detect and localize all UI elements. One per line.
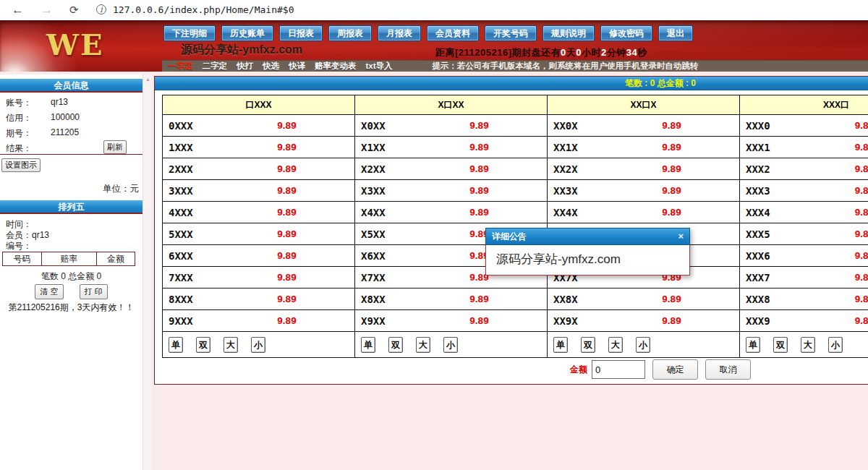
settings-display-button[interactable]: 设置图示 (1, 158, 41, 172)
bet-row[interactable]: XXX6 9.89 (740, 245, 868, 267)
clear-button[interactable]: 清 空 (35, 284, 63, 299)
bet-odds: 9.89 (219, 272, 354, 283)
bet-row[interactable]: X1XX 9.89 (355, 137, 547, 158)
bet-odds: 9.89 (412, 294, 547, 304)
bet-row[interactable]: X4XX 9.89 (355, 202, 547, 223)
bet-row[interactable]: X3XX 9.89 (355, 180, 547, 202)
member-field-label: 信用： (6, 112, 32, 124)
amount-input[interactable] (592, 360, 645, 379)
subnav-item-6[interactable]: 赔率变动表 (315, 61, 357, 72)
bet-row[interactable]: 2XXX 9.89 (163, 158, 354, 180)
subnav-item-2[interactable]: 二字定 (203, 61, 228, 72)
bet-row[interactable]: XX0X 9.89 (548, 115, 739, 137)
top-nav-button-1[interactable]: 下注明细 (163, 25, 216, 41)
top-nav-button-10[interactable]: 退出 (658, 25, 693, 41)
bet-row[interactable]: XX2X 9.89 (548, 158, 739, 180)
bet-row[interactable]: XX3X 9.89 (548, 180, 739, 202)
quick-button-small[interactable]: 小 (636, 337, 650, 353)
site-title: 源码分享站-ymfxz.com (181, 43, 302, 58)
browser-back-icon[interactable]: ← (12, 1, 24, 19)
bet-row[interactable]: 3XXX 9.89 (163, 180, 354, 202)
bet-row[interactable]: XX9X 9.89 (548, 310, 739, 332)
print-button[interactable]: 打 印 (80, 284, 108, 299)
quick-button-big[interactable]: 大 (416, 337, 430, 353)
bet-odds: 9.89 (219, 163, 354, 174)
bet-row[interactable]: 1XXX 9.89 (163, 137, 354, 158)
bet-row[interactable]: 9XXX 9.89 (163, 310, 354, 332)
bet-row[interactable]: X0XX 9.89 (355, 115, 547, 137)
quick-button-even[interactable]: 双 (388, 337, 403, 353)
refresh-button[interactable]: 刷新 (103, 140, 127, 154)
cancel-button[interactable]: 取消 (705, 359, 751, 380)
bet-number: XXX3 (740, 185, 796, 197)
stats-bar: 笔数 : 0 总金额 : 0 (155, 77, 868, 90)
bet-row[interactable]: 6XXX 9.89 (163, 245, 354, 267)
bet-number: 4XXX (163, 207, 219, 218)
quick-button-even[interactable]: 双 (196, 337, 210, 353)
page-info-icon[interactable]: i (96, 4, 106, 14)
top-nav-button-2[interactable]: 历史账单 (221, 25, 273, 41)
subnav-item-3[interactable]: 快打 (237, 61, 253, 72)
bet-row[interactable]: X8XX 9.89 (355, 289, 547, 310)
quick-button-big[interactable]: 大 (608, 337, 623, 353)
subnav-item-1[interactable]: 一字定 (168, 61, 193, 72)
bet-row[interactable]: XXX0 9.89 (740, 115, 868, 137)
subnav-item-7[interactable]: txt导入 (366, 61, 393, 72)
divider (0, 154, 142, 155)
url-bar[interactable]: 127.0.0.6/index.php/Home/Main#$0 (113, 4, 294, 15)
bet-row[interactable]: XXX9 9.89 (740, 310, 868, 332)
bet-row[interactable]: 4XXX 9.89 (163, 202, 354, 223)
bet-row[interactable]: XX8X 9.89 (548, 289, 739, 310)
bet-odds: 9.89 (604, 294, 739, 304)
bet-row[interactable]: X2XX 9.89 (355, 158, 547, 180)
browser-forward-icon[interactable]: → (41, 1, 53, 19)
bet-row[interactable]: X9XX 9.89 (355, 310, 547, 332)
subnav-item-5[interactable]: 快译 (289, 61, 305, 72)
quick-button-odd[interactable]: 单 (553, 337, 568, 353)
sidebar-scrollbar[interactable]: ▲ (142, 74, 152, 470)
bet-row[interactable]: XX1X 9.89 (548, 137, 739, 158)
top-nav-button-4[interactable]: 周报表 (328, 25, 372, 41)
bet-row[interactable]: 0XXX 9.89 (163, 115, 354, 137)
top-nav-button-6[interactable]: 会员资料 (427, 25, 479, 41)
quick-button-even[interactable]: 双 (581, 337, 595, 353)
top-nav-button-8[interactable]: 规则说明 (542, 25, 595, 41)
bet-row[interactable]: XXX4 9.89 (740, 202, 868, 223)
confirm-button[interactable]: 确定 (652, 359, 698, 380)
countdown-segment: 天 (566, 47, 576, 58)
bet-row[interactable]: 5XXX 9.89 (163, 223, 354, 245)
bet-row[interactable]: 7XXX 9.89 (163, 267, 354, 289)
bet-table: 口XXX 0XXX 9.89 1XXX 9.89 2XXX 9.89 3XXX … (162, 95, 868, 358)
quick-button-odd[interactable]: 单 (169, 337, 183, 353)
quick-button-odd[interactable]: 单 (746, 337, 760, 353)
top-nav-button-3[interactable]: 日报表 (279, 25, 323, 41)
bet-number: 8XXX (163, 294, 219, 305)
subnav-item-4[interactable]: 快选 (263, 61, 279, 72)
close-icon[interactable]: × (678, 228, 684, 244)
bet-row[interactable]: XXX1 9.89 (740, 137, 868, 158)
bet-row[interactable]: XXX3 9.89 (740, 180, 868, 202)
bet-odds: 9.89 (796, 294, 868, 304)
top-nav-button-9[interactable]: 修改密码 (600, 25, 652, 41)
bet-row[interactable]: XX4X 9.89 (548, 202, 739, 223)
quick-button-odd[interactable]: 单 (361, 337, 375, 353)
bet-row[interactable]: XXX2 9.89 (740, 158, 868, 180)
quick-button-small[interactable]: 小 (443, 337, 458, 353)
top-nav-button-5[interactable]: 月报表 (378, 25, 421, 41)
bet-row[interactable]: XXX5 9.89 (740, 223, 868, 245)
bet-row[interactable]: XXX7 9.89 (740, 267, 868, 289)
bet-row[interactable]: XXX8 9.89 (740, 289, 868, 310)
top-nav-button-7[interactable]: 开奖号码 (485, 25, 537, 41)
quick-button-big[interactable]: 大 (224, 337, 238, 353)
scroll-up-icon[interactable]: ▲ (143, 77, 153, 82)
bet-number: XX4X (548, 207, 604, 218)
quick-button-small[interactable]: 小 (251, 337, 265, 353)
quick-button-even[interactable]: 双 (773, 337, 788, 353)
member-info-header: 会员信息 (0, 79, 142, 93)
browser-reload-icon[interactable]: ⟳ (69, 1, 79, 19)
viewport: ← → ⟳ i 127.0.0.6/index.php/Home/Main#$0… (0, 0, 868, 470)
bet-row[interactable]: 8XXX 9.89 (163, 289, 354, 310)
quick-button-small[interactable]: 小 (828, 337, 843, 353)
popup-title: 详细公告 (492, 228, 527, 244)
quick-button-big[interactable]: 大 (801, 337, 815, 353)
